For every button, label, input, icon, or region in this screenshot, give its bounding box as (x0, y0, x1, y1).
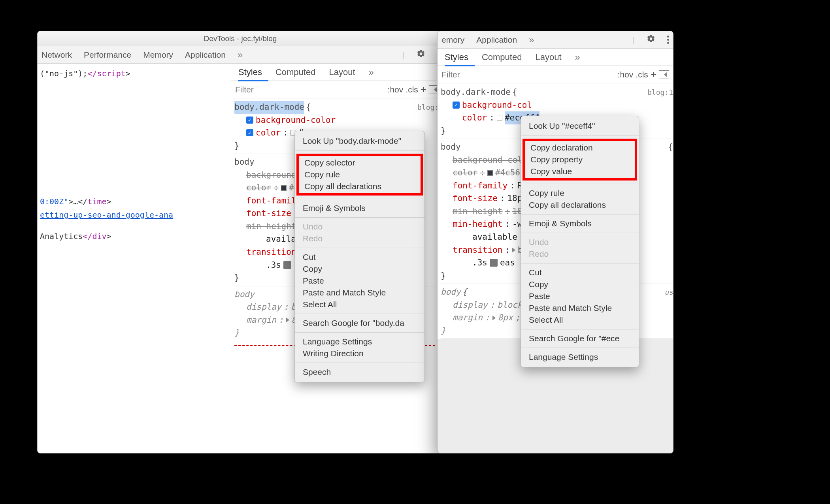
menu-search-google[interactable]: Search Google for "#ece (521, 333, 639, 344)
styles-subtabs: Styles Computed Layout » (438, 49, 673, 66)
devtools-tabbar: Network Performance Memory Application »… (38, 46, 443, 64)
menu-copy-declaration[interactable]: Copy declaration (530, 142, 628, 154)
menu-copy-all-declarations[interactable]: Copy all declarations (521, 199, 639, 211)
menu-emoji[interactable]: Emoji & Symbols (521, 218, 639, 229)
menu-select-all[interactable]: Select All (295, 299, 424, 310)
kebab-icon[interactable] (667, 36, 669, 44)
menu-copy-all-declarations[interactable]: Copy all declarations (304, 181, 414, 192)
menu-copy[interactable]: Copy (295, 263, 424, 275)
css-property: display (246, 301, 281, 314)
filter-input[interactable] (441, 70, 615, 79)
subtab-layout[interactable]: Layout (329, 67, 355, 77)
menu-paste[interactable]: Paste (521, 290, 639, 302)
menu-lookup[interactable]: Look Up "body.dark-mode" (295, 135, 424, 147)
tab-application[interactable]: Application (476, 35, 517, 45)
gear-icon[interactable] (417, 49, 425, 60)
add-rule-button[interactable]: + (651, 68, 656, 81)
menu-cut[interactable]: Cut (295, 251, 424, 263)
css-value: eas (500, 256, 515, 269)
menu-speech[interactable]: Speech (295, 366, 424, 378)
easing-icon[interactable] (490, 259, 498, 267)
menu-select-all[interactable]: Select All (521, 314, 639, 326)
css-selector: body (234, 288, 255, 301)
subtab-layout[interactable]: Layout (535, 52, 561, 62)
css-property: font-size (246, 207, 291, 220)
code-text: > (126, 69, 130, 78)
css-property: transition (453, 244, 502, 257)
color-swatch[interactable] (281, 185, 287, 191)
expand-icon[interactable] (512, 248, 515, 252)
menu-emoji[interactable]: Emoji & Symbols (295, 202, 424, 214)
css-value: available (472, 231, 517, 244)
css-value: 8px (498, 311, 513, 324)
checkbox-icon[interactable]: ✓ (246, 117, 253, 124)
menu-copy-value[interactable]: Copy value (530, 165, 628, 177)
code-text: Analytics (40, 231, 83, 241)
tabs-overflow-icon[interactable]: » (529, 34, 534, 45)
subtab-computed[interactable]: Computed (482, 52, 522, 62)
context-menu: Look Up "body.dark-mode" Copy selector C… (294, 131, 425, 382)
menu-copy[interactable]: Copy (521, 278, 639, 290)
add-rule-button[interactable]: + (421, 83, 426, 96)
color-swatch[interactable] (497, 115, 502, 120)
tab-performance[interactable]: Performance (84, 50, 131, 60)
subtab-computed[interactable]: Computed (275, 67, 316, 77)
css-property: transition (246, 246, 296, 259)
code-text: ("no-js"); (40, 69, 87, 78)
menu-undo: Undo (521, 236, 639, 248)
menu-cut[interactable]: Cut (521, 267, 639, 278)
checkbox-icon[interactable]: ✓ (246, 129, 253, 136)
css-property: min-height (453, 205, 502, 218)
checkbox-icon[interactable]: ✓ (453, 102, 460, 109)
tabs-overflow-icon[interactable]: » (238, 49, 243, 60)
menu-writing-direction[interactable]: Writing Direction (295, 348, 424, 359)
hov-toggle[interactable]: :hov (388, 85, 404, 94)
menu-language[interactable]: Language Settings (521, 351, 639, 363)
subtab-styles[interactable]: Styles (238, 67, 262, 77)
menu-copy-property[interactable]: Copy property (530, 154, 628, 165)
hov-toggle[interactable]: :hov (618, 70, 634, 79)
rule-source: blog:1 (647, 87, 673, 98)
menu-copy-rule[interactable]: Copy rule (304, 169, 414, 181)
css-property: font-family (453, 179, 507, 192)
css-selector: body (441, 286, 461, 299)
tab-memory-partial[interactable]: emory (441, 35, 464, 45)
css-property: min-height (246, 220, 296, 233)
color-swatch[interactable] (487, 170, 493, 176)
devtools-tabbar: emory Application » | (438, 31, 673, 49)
menu-paste-match[interactable]: Paste and Match Style (521, 302, 639, 314)
menu-language[interactable]: Language Settings (295, 336, 424, 348)
code-text: >…</ (68, 197, 87, 206)
titlebar: DevTools - jec.fyi/blog (38, 31, 443, 46)
filter-input[interactable] (235, 85, 385, 94)
computed-toggle-icon[interactable] (659, 70, 669, 79)
menu-lookup[interactable]: Look Up "#eceff4" (521, 120, 639, 132)
menu-copy-rule[interactable]: Copy rule (521, 187, 639, 199)
subtab-styles[interactable]: Styles (445, 52, 468, 62)
tab-network[interactable]: Network (42, 50, 72, 60)
menu-paste-match[interactable]: Paste and Match Style (295, 287, 424, 299)
cls-toggle[interactable]: .cls (636, 70, 648, 79)
subtabs-overflow-icon[interactable]: » (575, 52, 580, 63)
highlight-box: Copy declaration Copy property Copy valu… (523, 139, 637, 181)
code-attr: 0:00Z" (40, 197, 68, 206)
menu-copy-selector[interactable]: Copy selector (304, 157, 414, 169)
expand-icon[interactable] (492, 316, 496, 320)
css-value: #4c56 (495, 166, 520, 179)
code-tag: </ (83, 231, 92, 241)
expand-icon[interactable] (286, 318, 289, 322)
menu-search-google[interactable]: Search Google for "body.da (295, 317, 424, 329)
cls-toggle[interactable]: .cls (406, 85, 418, 94)
gear-icon[interactable] (647, 34, 655, 45)
css-property: margin (246, 314, 276, 327)
link[interactable]: etting-up-seo-and-google-ana (40, 210, 173, 220)
css-property: color (256, 126, 281, 139)
css-selector: body (234, 156, 255, 169)
subtabs-overflow-icon[interactable]: » (369, 67, 374, 78)
menu-paste[interactable]: Paste (295, 275, 424, 287)
css-selector: body.dark-mode (441, 86, 511, 99)
tab-application[interactable]: Application (185, 50, 226, 60)
tab-memory[interactable]: Memory (143, 50, 173, 60)
css-selector: body.dark-mode (234, 101, 304, 114)
easing-icon[interactable] (283, 261, 291, 269)
